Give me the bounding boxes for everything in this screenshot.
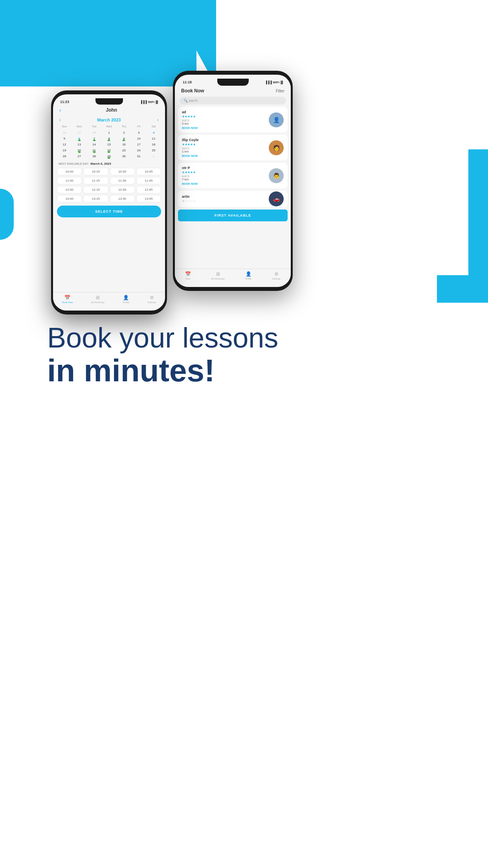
time-slot-1200[interactable]: 12:00	[57, 186, 82, 193]
book-now-btn-3[interactable]: BOOK NOW	[182, 182, 266, 185]
cal-cell-28-prev[interactable]: 28	[87, 130, 102, 135]
book-now-btn-2[interactable]: BOOK NOW	[182, 154, 266, 157]
cal-cell-10[interactable]: 10	[131, 136, 146, 141]
cal-cell-16[interactable]: 16	[116, 142, 131, 147]
time-slot-1315[interactable]: 13:15	[83, 195, 108, 202]
cal-cell-1-next[interactable]: 1	[146, 154, 161, 159]
cal-cell-28[interactable]: 28	[87, 154, 102, 159]
day-header-thu: Thu	[116, 124, 131, 129]
time-slot-1045[interactable]: 10:45	[136, 168, 161, 175]
cal-cell-27-prev[interactable]: 27	[72, 130, 87, 135]
cal-cell-21[interactable]: 21	[87, 148, 102, 153]
cal-cell-6[interactable]: 6	[72, 136, 87, 141]
prev-month-button[interactable]: ‹	[59, 117, 61, 123]
wifi-icon: WiFi	[273, 81, 279, 84]
time-slot-1115[interactable]: 11:15	[83, 177, 108, 184]
time-slot-1030[interactable]: 10:30	[110, 168, 135, 175]
time-slot-1130[interactable]: 11:30	[110, 177, 135, 184]
front-bottom-nav-settings[interactable]: ⚙ Settings	[147, 295, 156, 303]
phone-back-status-icons: ▐▐▐ WiFi ▓	[265, 81, 283, 84]
instructor-distance-label-2: ANCE	[182, 147, 266, 150]
cal-cell-13[interactable]: 13	[72, 142, 87, 147]
cal-cell-25[interactable]: 25	[146, 148, 161, 153]
cal-cell-17[interactable]: 17	[131, 142, 146, 147]
cal-cell-7[interactable]: 7	[87, 136, 102, 141]
next-available-date: March 6, 2023	[90, 162, 111, 166]
cal-cell-20[interactable]: 20	[72, 148, 87, 153]
now-label: Now	[185, 278, 190, 280]
phone-front-screen: 11:23 ▐▐▐ WiFi ▓ ‹ John ‹ March 2023 › S…	[53, 94, 165, 311]
bottom-nav-settings[interactable]: ⚙ Settings	[272, 271, 281, 280]
select-time-button[interactable]: SELECT TIME	[57, 206, 161, 217]
time-slot-1300[interactable]: 13:00	[57, 195, 82, 202]
day-header-sun: Sun	[57, 124, 72, 129]
avatar-placeholder-2: 🧑	[269, 140, 284, 155]
phone-back-filter[interactable]: Filter	[276, 89, 284, 93]
phone-front: 11:23 ▐▐▐ WiFi ▓ ‹ John ‹ March 2023 › S…	[51, 90, 167, 314]
calendar-back-button[interactable]: ‹	[59, 107, 61, 113]
time-slot-1245[interactable]: 12:45	[136, 186, 161, 193]
instructor-stars-3: ★★★★★	[182, 171, 266, 174]
bottom-nav-my-bookings[interactable]: ⊞ My Bookings	[211, 271, 225, 280]
cal-cell-14[interactable]: 14	[87, 142, 102, 147]
cal-cell-4[interactable]: 4	[146, 130, 161, 135]
front-settings-icon: ⚙	[150, 295, 154, 300]
cal-cell-11[interactable]: 11	[146, 136, 161, 141]
instructor-item[interactable]: ad ★★★★★ ANCE 5 km BOOK NOW 👤	[178, 107, 288, 132]
instructor-item-3[interactable]: otr P ★★★★★ ANCE 7 km BOOK NOW 👨	[178, 163, 288, 188]
front-signal-icon: ▐▐▐	[140, 100, 147, 104]
next-month-button[interactable]: ›	[157, 117, 159, 123]
cal-cell-12[interactable]: 12	[57, 142, 72, 147]
time-slot-1145[interactable]: 11:45	[136, 177, 161, 184]
time-slot-1230[interactable]: 12:30	[110, 186, 135, 193]
time-slot-1015[interactable]: 10:15	[83, 168, 108, 175]
calendar-week-2: 5 6 7 8 9 10 11	[57, 136, 161, 141]
cal-cell-26[interactable]: 26	[57, 154, 72, 159]
instructor-avatar-2: 🧑	[269, 140, 284, 155]
instructor-item-4[interactable]: artin ★☆☆☆☆ 🚗	[178, 191, 288, 207]
day-header-wed: Wed	[102, 124, 117, 129]
cal-cell-27[interactable]: 27	[72, 154, 87, 159]
time-slot-1345[interactable]: 13:45	[136, 195, 161, 202]
phone-front-notch	[95, 98, 123, 105]
cal-cell-22[interactable]: 22	[102, 148, 117, 153]
cal-cell-29[interactable]: 29	[102, 154, 117, 159]
bottom-nav-profile[interactable]: 👤 Profile	[245, 271, 252, 280]
cal-cell-3[interactable]: 3	[131, 130, 146, 135]
calendar-month-title: March 2023	[97, 118, 121, 122]
cal-cell-9[interactable]: 9	[116, 136, 131, 141]
instructor-item-2[interactable]: illip Coyle ★★★★★ ANCE 1 km BOOK NOW 🧑	[178, 135, 288, 160]
book-now-btn-1[interactable]: BOOK NOW	[182, 127, 266, 129]
cal-cell-2[interactable]: 2	[116, 130, 131, 135]
cal-cell-1[interactable]: 1	[102, 130, 117, 135]
first-available-button[interactable]: FIRST AVAILABLE	[178, 210, 288, 221]
time-slot-1330[interactable]: 13:30	[110, 195, 135, 202]
cal-cell-18[interactable]: 18	[146, 142, 161, 147]
avatar-placeholder-3: 👨	[269, 168, 284, 183]
phone-back-nav-title: Book Now	[181, 88, 204, 94]
cal-cell-30[interactable]: 30	[116, 154, 131, 159]
cal-cell-24[interactable]: 24	[131, 148, 146, 153]
cal-cell-23[interactable]: 23	[116, 148, 131, 153]
phone-back-screen: 11:18 ▐▐▐ WiFi ▓ Book Now Filter 🔍 earch	[175, 75, 291, 287]
cal-cell-26-prev[interactable]: 26	[57, 130, 72, 135]
front-bottom-nav-bookings[interactable]: ⊞ My Bookings	[91, 295, 105, 303]
cal-cell-8[interactable]: 8	[102, 136, 117, 141]
calendar-days-header: Sun Mon Tue Wed Thu Fri Sat	[57, 124, 161, 129]
time-slot-1000[interactable]: 10:00	[57, 168, 82, 175]
front-bottom-nav-book[interactable]: 📅 Book Now	[62, 295, 73, 303]
cal-cell-15[interactable]: 15	[102, 142, 117, 147]
time-slot-1100[interactable]: 11:00	[57, 177, 82, 184]
cal-cell-5[interactable]: 5	[57, 136, 72, 141]
phone-back-search[interactable]: 🔍 earch	[180, 97, 286, 105]
cal-cell-31[interactable]: 31	[131, 154, 146, 159]
headline-line1: Book your lessons	[47, 322, 441, 353]
bottom-nav-now[interactable]: 📅 Now	[185, 271, 191, 280]
cal-cell-19[interactable]: 19	[57, 148, 72, 153]
instructor-stars-2: ★★★★★	[182, 143, 266, 146]
time-slots-container: 10:00 10:15 10:30 10:45 11:00 11:15 11:3…	[53, 168, 165, 202]
instructor-distance-2: 1 km	[182, 150, 266, 153]
front-bottom-nav-profile[interactable]: 👤 Profile	[123, 295, 129, 303]
time-slot-1215[interactable]: 12:15	[83, 186, 108, 193]
instructor-info-3: otr P ★★★★★ ANCE 7 km BOOK NOW	[182, 166, 266, 185]
